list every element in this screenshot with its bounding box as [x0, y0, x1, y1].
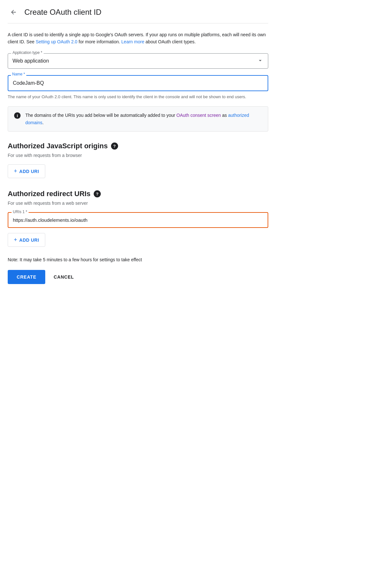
redirect-uris-subtitle: For use with requests from a web server: [8, 201, 268, 206]
application-type-label: Application type *: [11, 50, 44, 55]
redirect-uris-help-icon[interactable]: ?: [94, 190, 101, 197]
application-type-select[interactable]: Application type * Web application: [8, 53, 268, 69]
intro-text: A client ID is used to identify a single…: [8, 31, 268, 46]
info-circle-icon: i: [14, 112, 21, 119]
js-origins-add-uri-button[interactable]: + ADD URI: [8, 164, 45, 178]
application-type-field: Application type * Web application: [8, 53, 268, 69]
info-text: The domains of the URIs you add below wi…: [25, 112, 262, 126]
note-text: Note: It may take 5 minutes to a few hou…: [8, 257, 268, 262]
uri-field-group: URIs 1 *: [8, 212, 268, 228]
back-button[interactable]: [8, 6, 19, 18]
application-type-value: Web application: [13, 58, 49, 64]
js-origins-help-icon[interactable]: ?: [111, 143, 118, 150]
action-buttons: CREATE CANCEL: [8, 270, 268, 284]
redirect-uris-header: Authorized redirect URIs ?: [8, 190, 268, 198]
page-header: Create OAuth client ID: [8, 0, 268, 23]
page-title: Create OAuth client ID: [24, 8, 101, 17]
name-input-wrapper: Name *: [8, 75, 268, 91]
name-input[interactable]: [8, 75, 268, 91]
plus-icon-2: +: [14, 237, 17, 243]
learn-more-link[interactable]: Learn more: [121, 39, 144, 44]
js-origins-title: Authorized JavaScript origins: [8, 142, 108, 150]
note-area: Note: It may take 5 minutes to a few hou…: [8, 257, 268, 262]
uri-field-label: URIs 1 *: [12, 210, 29, 214]
oauth-consent-screen-link[interactable]: OAuth consent screen: [176, 113, 221, 118]
dropdown-arrow-icon: [257, 57, 263, 65]
js-origins-subtitle: For use with requests from a browser: [8, 153, 268, 158]
cancel-button[interactable]: CANCEL: [48, 270, 80, 284]
redirect-uris-title: Authorized redirect URIs: [8, 190, 90, 198]
js-origins-section: Authorized JavaScript origins ? For use …: [8, 142, 268, 178]
redirect-uris-section: Authorized redirect URIs ? For use with …: [8, 190, 268, 247]
create-button[interactable]: CREATE: [8, 270, 45, 284]
name-hint: The name of your OAuth 2.0 client. This …: [8, 94, 268, 100]
redirect-uris-add-uri-button[interactable]: + ADD URI: [8, 233, 45, 247]
name-label: Name *: [11, 72, 26, 76]
info-box: i The domains of the URIs you add below …: [8, 106, 268, 132]
plus-icon: +: [14, 168, 17, 175]
js-origins-header: Authorized JavaScript origins ?: [8, 142, 268, 150]
uri-input[interactable]: [8, 213, 268, 227]
name-field-group: Name * The name of your OAuth 2.0 client…: [8, 75, 268, 100]
setting-up-oauth-link[interactable]: Setting up OAuth 2.0: [36, 39, 77, 44]
svg-text:i: i: [17, 113, 18, 118]
uri-input-wrapper: URIs 1 *: [8, 212, 268, 228]
